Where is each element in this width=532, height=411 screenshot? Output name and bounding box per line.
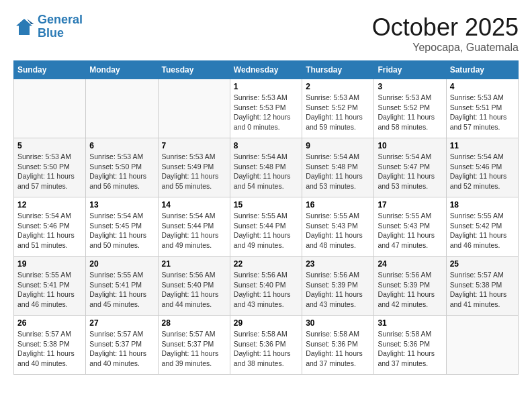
page-header: General Blue October 2025 Yepocapa, Guat… — [13, 13, 519, 54]
day-number: 21 — [162, 259, 226, 269]
day-info: Sunrise: 5:53 AM Sunset: 5:49 PM Dayligh… — [162, 152, 226, 191]
day-number: 28 — [162, 318, 226, 328]
calendar-cell: 3Sunrise: 5:53 AM Sunset: 5:52 PM Daylig… — [374, 79, 446, 138]
weekday-header: Wednesday — [230, 61, 302, 79]
day-number: 13 — [89, 200, 154, 210]
logo-icon — [13, 16, 35, 38]
day-number: 30 — [306, 318, 370, 328]
day-number: 8 — [234, 141, 298, 150]
day-number: 27 — [89, 318, 154, 328]
weekday-header: Monday — [86, 61, 158, 79]
calendar-cell: 13Sunrise: 5:54 AM Sunset: 5:45 PM Dayli… — [86, 197, 158, 257]
day-info: Sunrise: 5:56 AM Sunset: 5:40 PM Dayligh… — [234, 270, 298, 310]
calendar-cell: 4Sunrise: 5:53 AM Sunset: 5:51 PM Daylig… — [446, 79, 518, 138]
calendar-cell: 11Sunrise: 5:54 AM Sunset: 5:46 PM Dayli… — [446, 138, 518, 197]
day-number: 12 — [17, 200, 82, 210]
day-info: Sunrise: 5:56 AM Sunset: 5:39 PM Dayligh… — [306, 270, 370, 310]
location: Yepocapa, Guatemala — [372, 42, 519, 54]
weekday-header: Saturday — [446, 61, 518, 79]
weekday-header-row: SundayMondayTuesdayWednesdayThursdayFrid… — [14, 61, 519, 79]
calendar-cell: 29Sunrise: 5:58 AM Sunset: 5:36 PM Dayli… — [230, 316, 302, 375]
day-info: Sunrise: 5:54 AM Sunset: 5:48 PM Dayligh… — [234, 152, 298, 191]
calendar-cell: 15Sunrise: 5:55 AM Sunset: 5:44 PM Dayli… — [230, 197, 302, 257]
month-title: October 2025 — [372, 13, 519, 42]
day-number: 15 — [234, 200, 298, 210]
day-number: 6 — [89, 141, 154, 150]
day-info: Sunrise: 5:57 AM Sunset: 5:37 PM Dayligh… — [162, 329, 226, 369]
day-number: 18 — [450, 200, 515, 210]
calendar-cell: 31Sunrise: 5:58 AM Sunset: 5:36 PM Dayli… — [374, 316, 446, 375]
calendar-cell: 1Sunrise: 5:53 AM Sunset: 5:53 PM Daylig… — [230, 79, 302, 138]
calendar-cell: 6Sunrise: 5:53 AM Sunset: 5:50 PM Daylig… — [86, 138, 158, 197]
calendar-cell: 22Sunrise: 5:56 AM Sunset: 5:40 PM Dayli… — [230, 257, 302, 316]
day-number: 3 — [378, 82, 442, 91]
calendar-cell: 16Sunrise: 5:55 AM Sunset: 5:43 PM Dayli… — [302, 197, 374, 257]
day-number: 16 — [306, 200, 370, 210]
day-number: 10 — [378, 141, 442, 150]
day-info: Sunrise: 5:53 AM Sunset: 5:50 PM Dayligh… — [89, 152, 154, 191]
calendar-week-row: 26Sunrise: 5:57 AM Sunset: 5:38 PM Dayli… — [14, 316, 519, 375]
day-info: Sunrise: 5:53 AM Sunset: 5:53 PM Dayligh… — [234, 93, 298, 132]
calendar-cell: 28Sunrise: 5:57 AM Sunset: 5:37 PM Dayli… — [158, 316, 230, 375]
day-info: Sunrise: 5:53 AM Sunset: 5:51 PM Dayligh… — [450, 93, 515, 132]
day-info: Sunrise: 5:57 AM Sunset: 5:38 PM Dayligh… — [17, 329, 82, 369]
calendar-cell: 24Sunrise: 5:56 AM Sunset: 5:39 PM Dayli… — [374, 257, 446, 316]
day-info: Sunrise: 5:55 AM Sunset: 5:43 PM Dayligh… — [306, 211, 370, 250]
calendar-cell: 9Sunrise: 5:54 AM Sunset: 5:48 PM Daylig… — [302, 138, 374, 197]
calendar-week-row: 1Sunrise: 5:53 AM Sunset: 5:53 PM Daylig… — [14, 79, 519, 138]
day-info: Sunrise: 5:54 AM Sunset: 5:47 PM Dayligh… — [378, 152, 442, 191]
calendar-cell: 19Sunrise: 5:55 AM Sunset: 5:41 PM Dayli… — [14, 257, 86, 316]
calendar-cell — [446, 316, 518, 375]
calendar-cell: 30Sunrise: 5:58 AM Sunset: 5:36 PM Dayli… — [302, 316, 374, 375]
day-info: Sunrise: 5:58 AM Sunset: 5:36 PM Dayligh… — [378, 329, 442, 369]
calendar-cell: 18Sunrise: 5:55 AM Sunset: 5:42 PM Dayli… — [446, 197, 518, 257]
calendar-cell: 7Sunrise: 5:53 AM Sunset: 5:49 PM Daylig… — [158, 138, 230, 197]
day-number: 7 — [162, 141, 226, 150]
day-info: Sunrise: 5:54 AM Sunset: 5:44 PM Dayligh… — [162, 211, 226, 250]
day-number: 22 — [234, 259, 298, 269]
day-info: Sunrise: 5:54 AM Sunset: 5:46 PM Dayligh… — [450, 152, 515, 191]
day-info: Sunrise: 5:55 AM Sunset: 5:43 PM Dayligh… — [378, 211, 442, 250]
logo: General Blue — [13, 13, 83, 40]
day-number: 20 — [89, 259, 154, 269]
day-number: 2 — [306, 82, 370, 91]
day-number: 11 — [450, 141, 515, 150]
day-info: Sunrise: 5:57 AM Sunset: 5:38 PM Dayligh… — [450, 270, 515, 310]
day-info: Sunrise: 5:54 AM Sunset: 5:46 PM Dayligh… — [17, 211, 82, 250]
day-number: 23 — [306, 259, 370, 269]
day-info: Sunrise: 5:53 AM Sunset: 5:52 PM Dayligh… — [306, 93, 370, 132]
day-info: Sunrise: 5:54 AM Sunset: 5:48 PM Dayligh… — [306, 152, 370, 191]
day-info: Sunrise: 5:55 AM Sunset: 5:42 PM Dayligh… — [450, 211, 515, 250]
calendar-cell: 26Sunrise: 5:57 AM Sunset: 5:38 PM Dayli… — [14, 316, 86, 375]
day-info: Sunrise: 5:53 AM Sunset: 5:50 PM Dayligh… — [17, 152, 82, 191]
calendar-cell — [86, 79, 158, 138]
calendar-cell — [158, 79, 230, 138]
day-info: Sunrise: 5:56 AM Sunset: 5:40 PM Dayligh… — [162, 270, 226, 310]
weekday-header: Thursday — [302, 61, 374, 79]
day-number: 4 — [450, 82, 515, 91]
weekday-header: Sunday — [14, 61, 86, 79]
day-info: Sunrise: 5:54 AM Sunset: 5:45 PM Dayligh… — [89, 211, 154, 250]
day-number: 19 — [17, 259, 82, 269]
calendar-cell: 20Sunrise: 5:55 AM Sunset: 5:41 PM Dayli… — [86, 257, 158, 316]
calendar-cell: 27Sunrise: 5:57 AM Sunset: 5:37 PM Dayli… — [86, 316, 158, 375]
calendar-cell: 8Sunrise: 5:54 AM Sunset: 5:48 PM Daylig… — [230, 138, 302, 197]
day-number: 24 — [378, 259, 442, 269]
weekday-header: Friday — [374, 61, 446, 79]
calendar-cell: 2Sunrise: 5:53 AM Sunset: 5:52 PM Daylig… — [302, 79, 374, 138]
title-block: October 2025 Yepocapa, Guatemala — [372, 13, 519, 54]
day-info: Sunrise: 5:56 AM Sunset: 5:39 PM Dayligh… — [378, 270, 442, 310]
calendar-cell: 23Sunrise: 5:56 AM Sunset: 5:39 PM Dayli… — [302, 257, 374, 316]
day-number: 29 — [234, 318, 298, 328]
day-info: Sunrise: 5:55 AM Sunset: 5:41 PM Dayligh… — [89, 270, 154, 310]
calendar-week-row: 12Sunrise: 5:54 AM Sunset: 5:46 PM Dayli… — [14, 197, 519, 257]
calendar-week-row: 19Sunrise: 5:55 AM Sunset: 5:41 PM Dayli… — [14, 257, 519, 316]
day-number: 1 — [234, 82, 298, 91]
calendar-week-row: 5Sunrise: 5:53 AM Sunset: 5:50 PM Daylig… — [14, 138, 519, 197]
calendar-table: SundayMondayTuesdayWednesdayThursdayFrid… — [13, 60, 519, 375]
day-info: Sunrise: 5:58 AM Sunset: 5:36 PM Dayligh… — [234, 329, 298, 369]
day-number: 17 — [378, 200, 442, 210]
day-info: Sunrise: 5:55 AM Sunset: 5:44 PM Dayligh… — [234, 211, 298, 250]
day-info: Sunrise: 5:53 AM Sunset: 5:52 PM Dayligh… — [378, 93, 442, 132]
logo-text: General Blue — [38, 13, 83, 40]
